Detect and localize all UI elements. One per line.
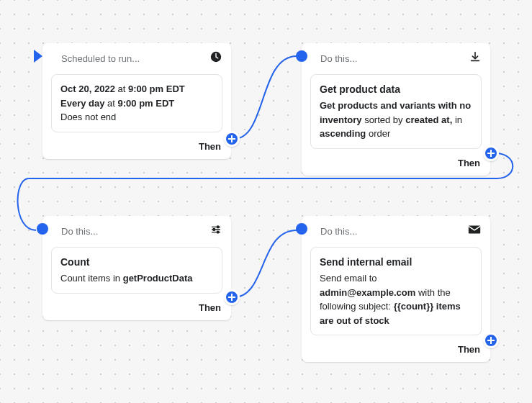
action-title: Send internal email [320, 255, 472, 270]
node-entry-dot [296, 50, 307, 62]
then-label: Then [42, 141, 231, 159]
add-step-button[interactable] [483, 332, 499, 348]
node-action-count[interactable]: Do this... Count Count items in getProdu… [42, 216, 231, 320]
add-step-button[interactable] [224, 131, 240, 147]
node-entry-dot [37, 223, 48, 235]
node-trigger-schedule[interactable]: Scheduled to run... Oct 20, 2022 at 9:00… [42, 43, 231, 159]
card-body: Get product data Get products and varian… [310, 74, 482, 149]
card-header: Do this... [302, 43, 490, 74]
card-header: Do this... [42, 216, 231, 247]
card-header-label: Do this... [61, 226, 204, 237]
card-header: Scheduled to run... [42, 43, 231, 74]
adjust-icon [209, 223, 222, 239]
card-body: Send internal email Send email to admin@… [310, 247, 482, 335]
svg-point-3 [217, 231, 219, 233]
then-label: Then [302, 158, 490, 176]
card-header: Do this... [302, 216, 490, 247]
node-action-send-email[interactable]: Do this... Send internal email Send emai… [302, 216, 490, 362]
svg-point-2 [213, 229, 215, 231]
node-entry-dot [296, 223, 307, 235]
download-icon [469, 50, 482, 66]
action-title: Get product data [320, 82, 472, 97]
start-marker-icon [34, 50, 42, 63]
card-header-label: Do this... [320, 53, 463, 64]
node-action-get-product-data[interactable]: Do this... Get product data Get products… [302, 43, 490, 176]
action-title: Count [60, 255, 213, 270]
svg-rect-4 [469, 226, 480, 234]
card-body: Oct 20, 2022 at 9:00 pm EDT Every day at… [51, 74, 222, 132]
card-body: Count Count items in getProductData [51, 247, 222, 294]
email-icon [467, 223, 482, 239]
card-header-label: Do this... [320, 226, 461, 237]
add-step-button[interactable] [224, 289, 240, 305]
add-step-button[interactable] [483, 145, 499, 161]
card-header-label: Scheduled to run... [61, 53, 204, 64]
svg-point-1 [217, 226, 219, 228]
then-label: Then [42, 302, 231, 320]
clock-icon [209, 50, 222, 66]
then-label: Then [302, 344, 490, 362]
